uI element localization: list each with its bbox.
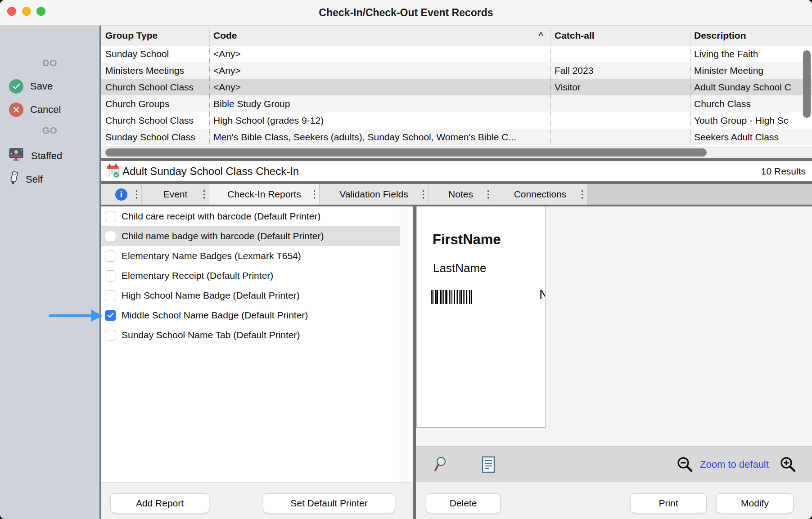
section-title: Adult Sunday School Class Check-In [122, 161, 299, 181]
sidebar-section-do: DO [0, 58, 99, 68]
report-row[interactable]: Sunday School Name Tab (Default Printer) [101, 325, 400, 345]
tab-menu-dots-icon[interactable] [314, 190, 316, 199]
checkbox[interactable] [105, 330, 116, 341]
column-header-group-type[interactable]: Group Type [101, 26, 209, 45]
table-row[interactable]: Sunday School Class Men's Bible Class, S… [101, 129, 812, 145]
delete-button[interactable]: Delete [426, 493, 501, 513]
table-body: Sunday School <Any> Living the Faith Min… [101, 45, 812, 145]
sidebar-item-self[interactable]: Self [9, 170, 43, 188]
set-default-printer-button[interactable]: Set Default Printer [263, 493, 395, 513]
sidebar-item-cancel[interactable]: Cancel [9, 103, 61, 117]
report-row[interactable]: Child name badge with barcode (Default P… [101, 226, 400, 246]
report-list: Child care receipt with barcode (Default… [101, 206, 400, 482]
tab-notes[interactable]: Notes [429, 184, 493, 205]
report-row[interactable]: Elementary Name Badges (Lexmark T654) [101, 246, 400, 266]
column-header-description[interactable]: Description [690, 26, 812, 45]
report-row[interactable]: Child care receipt with barcode (Default… [101, 206, 400, 226]
checkbox[interactable] [105, 270, 116, 282]
checkbox[interactable] [105, 251, 116, 262]
checkbox-checked[interactable] [105, 310, 116, 321]
info-icon: i [115, 188, 127, 201]
report-row[interactable]: Elementary Receipt (Default Printer) [101, 266, 400, 286]
tab-menu-dots-icon[interactable] [487, 190, 489, 199]
zoom-to-default-link[interactable]: Zoom to default [700, 447, 769, 483]
list-scrollbar-track[interactable] [400, 206, 413, 482]
horizontal-scrollbar-track[interactable] [101, 146, 812, 158]
horizontal-scrollbar-thumb[interactable] [105, 148, 707, 157]
tab-bar: i Event Check-In Reports Validation Fiel… [101, 184, 812, 205]
save-check-icon [9, 79, 23, 94]
header-separator [209, 28, 210, 43]
zoom-out-icon[interactable] [676, 447, 694, 483]
modify-button[interactable]: Modify [716, 493, 794, 513]
badge-preview-card: FirstName LastName N [416, 206, 546, 428]
save-label: Save [30, 81, 53, 92]
print-button[interactable]: Print [630, 493, 707, 513]
barcode [431, 290, 472, 306]
column-header-catch-all[interactable]: Catch-all [550, 26, 690, 45]
cancel-x-icon [9, 103, 23, 117]
section-header: Adult Sunday School Class Check-In 10 Re… [101, 161, 812, 181]
self-device-icon [9, 170, 19, 188]
clipped-preview-text: N [539, 287, 546, 302]
header-separator [550, 28, 551, 43]
checkbox[interactable] [105, 290, 116, 301]
staffed-monitor-icon [9, 148, 24, 164]
self-label: Self [26, 174, 43, 185]
tab-menu-dots-icon[interactable] [136, 190, 138, 199]
zoom-in-icon[interactable] [779, 447, 797, 483]
sidebar-item-save[interactable]: Save [9, 79, 53, 94]
table-row[interactable]: Church Groups Bible Study Group Church C… [101, 95, 812, 112]
tab-info[interactable]: i [101, 184, 142, 205]
annotation-arrow [49, 314, 92, 317]
badge-last-name: LastName [433, 261, 487, 275]
sidebar-item-staffed[interactable]: Staffed [9, 148, 62, 164]
table-header: Group Type Code ^ Catch-all Description [101, 26, 812, 45]
magnifier-icon[interactable] [432, 447, 448, 483]
window-title: Check-In/Check-Out Event Records [0, 0, 812, 25]
calendar-check-icon [106, 164, 120, 180]
table-row[interactable]: Sunday School <Any> Living the Faith [101, 45, 812, 62]
table-row-selected[interactable]: Church School Class <Any> Visitor Adult … [101, 79, 812, 95]
staffed-label: Staffed [31, 150, 62, 162]
tab-menu-dots-icon[interactable] [582, 190, 583, 199]
report-row[interactable]: Middle School Name Badge (Default Printe… [101, 305, 400, 325]
badge-first-name: FirstName [433, 232, 501, 248]
badge-preview-panel: FirstName LastName N [416, 206, 812, 519]
vertical-scrollbar-thumb[interactable] [803, 50, 811, 118]
results-count: 10 Results [761, 161, 806, 181]
add-report-button[interactable]: Add Report [110, 493, 209, 513]
tab-connections[interactable]: Connections [493, 184, 587, 205]
preview-toolbar: Zoom to default [416, 446, 812, 482]
header-separator [690, 28, 690, 43]
tab-menu-dots-icon[interactable] [203, 190, 205, 199]
column-divider [209, 45, 210, 145]
app-window: Check-In/Check-Out Event Records DO Save… [0, 0, 812, 519]
checkbox[interactable] [105, 231, 116, 242]
tab-menu-dots-icon[interactable] [423, 190, 424, 199]
report-row[interactable]: High School Name Badge (Default Printer) [101, 286, 400, 305]
tab-validation-fields[interactable]: Validation Fields [320, 184, 429, 205]
sidebar: DO Save Cancel GO [0, 26, 99, 519]
cancel-label: Cancel [30, 104, 61, 116]
report-document-icon[interactable] [482, 447, 495, 483]
annotation-arrow-head [91, 309, 103, 322]
table-row[interactable]: Ministers Meetings <Any> Fall 2023 Minis… [101, 62, 812, 79]
tab-event[interactable]: Event [142, 184, 209, 205]
group-table: Group Type Code ^ Catch-all Description … [101, 26, 812, 145]
column-divider [690, 45, 690, 145]
checkbox[interactable] [105, 211, 116, 222]
title-bar: Check-In/Check-Out Event Records [0, 0, 812, 26]
sidebar-section-go: GO [0, 125, 99, 136]
sort-ascending-icon: ^ [538, 31, 550, 40]
table-row[interactable]: Church School Class High School (grades … [101, 112, 812, 129]
tab-check-in-reports[interactable]: Check-In Reports [209, 184, 320, 205]
tab-bar-filler [587, 184, 812, 205]
column-divider [550, 45, 551, 145]
column-header-code[interactable]: Code ^ [209, 26, 550, 45]
